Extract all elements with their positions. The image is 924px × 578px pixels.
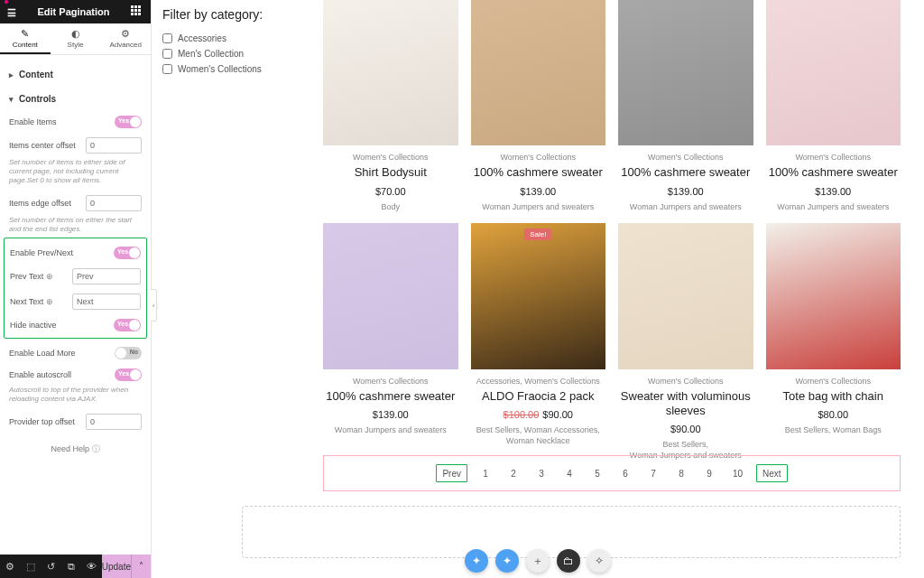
product-category: Women's Collections xyxy=(323,153,458,162)
preview-icon[interactable]: 👁 xyxy=(81,561,102,572)
gear-icon: ⚙ xyxy=(100,29,151,39)
ai-icon[interactable]: ✧ xyxy=(587,549,611,573)
product-price: $139.00 xyxy=(618,186,753,197)
sidebar-title: Edit Pagination xyxy=(37,6,109,17)
filter-item[interactable]: Accessories xyxy=(162,31,271,46)
filter-heading: Filter by category: xyxy=(162,7,271,22)
row-enable-autoscroll: Enable autoscroll YesNo xyxy=(9,364,142,386)
product-name: Tote bag with chain xyxy=(766,389,901,404)
product-name: Sweater with voluminous sleeves xyxy=(618,389,753,419)
help-items-edge-offset: Set number of items on either the start … xyxy=(9,216,142,239)
product-tags: Best Sellers, Woman Accessories, Woman N… xyxy=(471,425,606,446)
product-image: Sale! xyxy=(471,223,606,368)
tab-style[interactable]: ◐Style xyxy=(51,23,101,54)
pagination-page[interactable]: 3 xyxy=(531,464,551,482)
product-price: $100.00$90.00 xyxy=(471,409,606,420)
input-items-center-offset[interactable] xyxy=(86,137,142,154)
help-autoscroll: Autoscroll to top of the provider when r… xyxy=(9,386,142,409)
toggle-hide-inactive[interactable]: YesNo xyxy=(114,319,141,331)
pagination: Prev 12345678910 Next xyxy=(323,455,901,491)
add-section-toolbar: ✦ ✦ ＋ 🗀 ✧ xyxy=(465,549,611,573)
dynamic-icon[interactable]: ⊕ xyxy=(46,272,53,281)
pagination-page[interactable]: 2 xyxy=(504,464,523,482)
product-image xyxy=(471,0,606,145)
product-card[interactable]: Women's Collections Tote bag with chain … xyxy=(766,223,901,461)
input-next-text[interactable] xyxy=(72,294,141,310)
update-button[interactable]: Update ˄ xyxy=(102,555,151,578)
product-name: 100% cashmere sweater xyxy=(618,165,753,180)
tab-content[interactable]: ✎Content xyxy=(0,23,51,54)
product-price: $80.00 xyxy=(766,409,901,420)
panel-tabs: ✎Content ◐Style ⚙Advanced xyxy=(0,23,151,55)
row-enable-items: Enable Items YesNo xyxy=(9,111,142,133)
product-card[interactable]: Women's Collections Sweater with volumin… xyxy=(618,223,753,461)
dynamic-icon[interactable]: ⊕ xyxy=(46,297,53,306)
input-prev-text[interactable] xyxy=(72,268,141,284)
product-name: Shirt Bodysuit xyxy=(323,165,458,180)
chevron-up-icon[interactable]: ˄ xyxy=(131,555,151,578)
apps-icon[interactable] xyxy=(131,5,143,18)
sale-badge: Sale! xyxy=(524,228,551,240)
toggle-enable-load-more[interactable]: YesNo xyxy=(115,347,142,359)
product-category: Women's Collections xyxy=(471,153,606,162)
product-category: Women's Collections xyxy=(323,377,458,386)
revisions-icon[interactable]: ⬚ xyxy=(21,561,42,573)
filter-item[interactable]: Men's Collection xyxy=(162,46,271,61)
sidebar-footer: ⚙ ⬚ ↺ ⧉ 👁 Update ˄ xyxy=(0,555,151,578)
pagination-page[interactable]: 10 xyxy=(727,464,748,482)
section-controls[interactable]: Controls xyxy=(9,87,142,111)
row-next-text: Next Text⊕ xyxy=(10,289,141,314)
panel-body: Content Controls Enable Items YesNo Item… xyxy=(0,55,151,555)
product-card[interactable]: Women's Collections 100% cashmere sweate… xyxy=(766,0,901,212)
row-enable-load-more: Enable Load More YesNo xyxy=(9,342,142,364)
product-price: $139.00 xyxy=(766,186,901,197)
pagination-page[interactable]: 7 xyxy=(643,464,663,482)
toggle-enable-items[interactable]: YesNo xyxy=(115,116,142,128)
input-items-edge-offset[interactable] xyxy=(86,195,142,211)
toggle-enable-autoscroll[interactable]: YesNo xyxy=(115,368,142,381)
pagination-prev[interactable]: Prev xyxy=(436,464,467,482)
responsive-icon[interactable]: ⧉ xyxy=(61,561,82,573)
row-items-center-offset: Items center offset xyxy=(9,133,142,158)
product-card[interactable]: Women's Collections 100% cashmere sweate… xyxy=(471,0,606,212)
product-image xyxy=(766,0,901,145)
need-help-link[interactable]: Need Help xyxy=(9,434,142,464)
pagination-page[interactable]: 8 xyxy=(671,464,691,482)
pagination-page[interactable]: 9 xyxy=(699,464,719,482)
widget-icon[interactable]: ✦ xyxy=(495,549,519,573)
product-name: 100% cashmere sweater xyxy=(766,165,901,180)
product-card[interactable]: Women's Collections Shirt Bodysuit $70.0… xyxy=(323,0,458,212)
row-prev-text: Prev Text⊕ xyxy=(10,264,141,289)
product-category: Women's Collections xyxy=(618,377,753,386)
widget-icon[interactable]: ✦ xyxy=(465,549,488,573)
product-card[interactable]: Sale! Accessories, Women's Collections A… xyxy=(471,223,606,461)
product-tags: Body xyxy=(323,202,458,213)
product-tags: Woman Jumpers and sweaters xyxy=(766,202,901,213)
category-filter: Filter by category: Accessories Men's Co… xyxy=(162,7,271,77)
section-content[interactable]: Content xyxy=(9,62,142,87)
editor-canvas: Filter by category: Accessories Men's Co… xyxy=(152,0,924,578)
history-icon[interactable]: ↺ xyxy=(41,561,61,573)
product-price: $139.00 xyxy=(471,186,606,197)
settings-icon[interactable]: ⚙ xyxy=(0,561,21,573)
product-card[interactable]: Women's Collections 100% cashmere sweate… xyxy=(618,0,753,212)
menu-icon[interactable]: ☰ xyxy=(7,7,16,19)
product-category: Women's Collections xyxy=(618,153,753,162)
pagination-page[interactable]: 1 xyxy=(476,464,495,482)
product-grid: Women's Collections Shirt Bodysuit $70.0… xyxy=(323,0,901,461)
product-price: $90.00 xyxy=(618,424,753,434)
toggle-enable-prevnext[interactable]: YesNo xyxy=(114,247,141,259)
product-card[interactable]: Women's Collections 100% cashmere sweate… xyxy=(323,223,458,461)
pagination-page[interactable]: 4 xyxy=(559,464,579,482)
tab-advanced[interactable]: ⚙Advanced xyxy=(100,23,151,54)
filter-item[interactable]: Women's Collections xyxy=(162,61,271,77)
drop-icon: ◐ xyxy=(51,29,101,39)
pagination-page[interactable]: 6 xyxy=(615,464,635,482)
pagination-page[interactable]: 5 xyxy=(587,464,607,482)
pagination-next[interactable]: Next xyxy=(756,464,788,482)
product-tags: Best Sellers, Woman Bags xyxy=(766,425,901,436)
product-name: 100% cashmere sweater xyxy=(471,165,606,180)
template-icon[interactable]: 🗀 xyxy=(557,549,580,573)
input-provider-top-offset[interactable] xyxy=(86,414,142,430)
add-section-button[interactable]: ＋ xyxy=(526,549,550,573)
